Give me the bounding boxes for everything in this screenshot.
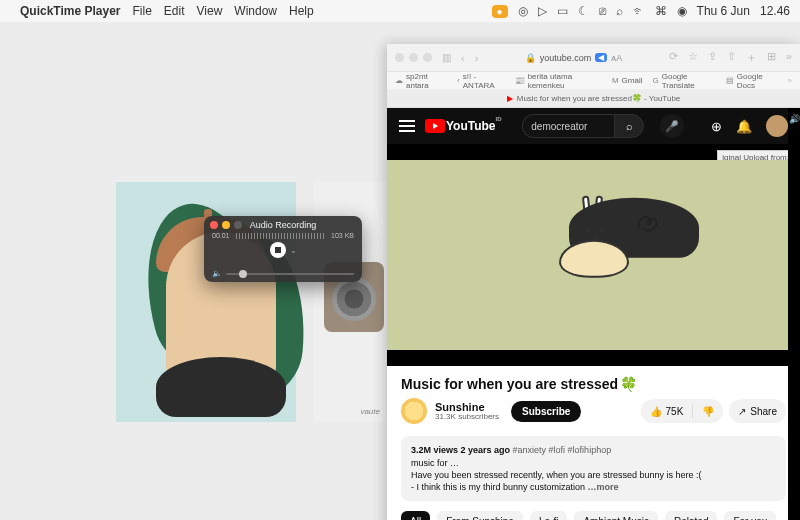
share-icon[interactable]: ⇧	[727, 50, 736, 65]
focus-icon[interactable]: ☾	[578, 4, 589, 18]
tab-overview-icon[interactable]: ⊞	[767, 50, 776, 65]
menubar-time[interactable]: 12.46	[760, 4, 790, 18]
create-button-icon[interactable]: ⊕	[711, 119, 722, 134]
wallpaper-caption: vaute	[360, 407, 380, 416]
forward-button-icon[interactable]: ›	[475, 52, 479, 64]
overflow-icon[interactable]: »	[786, 50, 792, 65]
app-name[interactable]: QuickTime Player	[20, 4, 121, 18]
safari-tab[interactable]: ▶ Music for when you are stressed🍀 - You…	[387, 90, 800, 108]
like-dislike-pill: 👍75K 👎	[641, 399, 724, 423]
youtube-brand-text: YouTube	[446, 119, 496, 133]
battery-icon[interactable]: ▭	[557, 4, 568, 18]
hamburger-menu-icon[interactable]	[399, 120, 415, 132]
chip-lofi[interactable]: Lo-fi	[530, 511, 567, 520]
voice-search-button[interactable]: 🎤	[660, 114, 684, 138]
recording-size: 103 KB	[331, 232, 354, 239]
channel-avatar[interactable]	[401, 398, 427, 424]
news-icon: 📰	[515, 76, 525, 85]
video-description[interactable]: 3.2M views 2 years ago #anxiety #lofi #l…	[401, 436, 786, 501]
menu-help[interactable]: Help	[289, 4, 314, 18]
reload-icon[interactable]: ⟳	[669, 50, 678, 65]
video-player[interactable]	[387, 144, 800, 366]
window-traffic-lights[interactable]	[210, 221, 242, 229]
mic-icon: 🎤	[665, 120, 679, 133]
screen-mirroring-icon[interactable]: ⎚	[599, 4, 606, 18]
lock-icon: 🔒	[525, 53, 536, 63]
reader-icon[interactable]: ᴀA	[611, 53, 622, 63]
bookmark-icon[interactable]: ☆	[688, 50, 698, 65]
recording-status-row: 00.01 103 KB	[204, 232, 362, 239]
search-input[interactable]	[522, 114, 614, 138]
camera-lens-illustration	[332, 277, 376, 321]
menu-file[interactable]: File	[133, 4, 152, 18]
input-volume-slider[interactable]: 🔈	[212, 269, 354, 278]
chip-for-you[interactable]: For you	[724, 511, 776, 520]
spotlight-icon[interactable]: ⌕	[616, 4, 623, 18]
desc-line: - I think this is my third bunny customi…	[411, 482, 585, 492]
wifi-icon[interactable]: ᯤ	[633, 4, 645, 18]
bookmark-item[interactable]: ☁︎sp2mt antara	[395, 72, 447, 90]
now-playing-icon[interactable]: ▷	[538, 4, 547, 18]
icloud-tabs-icon[interactable]: ⇪	[708, 50, 717, 65]
safari-traffic-lights[interactable]	[395, 53, 432, 62]
bookmarks-overflow-icon[interactable]: »	[788, 76, 792, 85]
like-button[interactable]: 👍75K	[641, 406, 693, 417]
menu-edit[interactable]: Edit	[164, 4, 185, 18]
clover-emoji-icon: 🍀	[620, 376, 637, 392]
back-button-icon[interactable]: ‹	[461, 52, 465, 64]
bookmark-item[interactable]: GGoogle Translate	[652, 72, 715, 90]
bookmark-item[interactable]: ‹s!! - ANTARA	[457, 72, 505, 90]
airdrop-icon[interactable]: ◎	[518, 4, 528, 18]
safari-window: ▥ ‹ › 🔒 youtube.com ◀︎ ᴀA ⟳ ☆ ⇪ ⇧ ＋ ⊞ »	[387, 44, 800, 520]
new-tab-icon[interactable]: ＋	[746, 50, 757, 65]
control-center-icon[interactable]: ⌘	[655, 4, 667, 18]
desc-stats: 3.2M views 2 years ago	[411, 445, 510, 455]
address-bar[interactable]: 🔒 youtube.com ◀︎ ᴀA	[525, 53, 623, 63]
video-title: Music for when you are stressed🍀	[401, 376, 786, 392]
channel-info[interactable]: Sunshine 31.3K subscribers	[435, 401, 499, 422]
bookmark-item[interactable]: 📰berita utama kemenkeu	[515, 72, 602, 90]
share-button[interactable]: ↗Share	[729, 399, 786, 423]
chip-all[interactable]: All	[401, 511, 430, 520]
chip-from-channel[interactable]: From Sunshine	[437, 511, 523, 520]
stop-record-button[interactable]	[270, 242, 286, 258]
chip-ambient[interactable]: Ambient Music	[574, 511, 658, 520]
bookmark-item[interactable]: MGmail	[612, 76, 643, 85]
macos-menubar: QuickTime Player File Edit View Window H…	[0, 0, 800, 22]
video-frame	[387, 160, 800, 350]
tab-title: Music for when you are stressed🍀 - YouTu…	[517, 94, 681, 103]
menu-window[interactable]: Window	[234, 4, 277, 18]
desc-line: music for …	[411, 458, 459, 468]
waveform-icon	[236, 233, 326, 239]
subscribe-button[interactable]: Subscribe	[511, 401, 581, 422]
url-domain: youtube.com	[540, 53, 592, 63]
notifications-icon[interactable]: 🔔	[736, 119, 752, 134]
search-form: ⌕	[522, 114, 644, 138]
record-options-chevron-icon[interactable]: ⌄	[290, 246, 297, 255]
dislike-button[interactable]: 👎	[693, 406, 723, 417]
thumbs-up-icon: 👍	[650, 406, 662, 417]
chip-related[interactable]: Related	[665, 511, 717, 520]
menu-view[interactable]: View	[197, 4, 223, 18]
account-avatar[interactable]	[766, 115, 788, 137]
recording-elapsed: 00.01	[212, 232, 230, 239]
bunny-illustration	[559, 240, 629, 278]
siri-icon[interactable]: ◉	[677, 4, 687, 18]
menubar-date[interactable]: Thu 6 Jun	[697, 4, 750, 18]
bookmark-item[interactable]: ▤Google Docs	[726, 72, 778, 90]
youtube-logo[interactable]: YouTube ID	[425, 119, 496, 133]
youtube-header: YouTube ID ⌕ 🎤 ⊕ 🔔	[387, 108, 800, 144]
tab-audio-badge[interactable]: ◀︎	[595, 53, 607, 62]
scribble-icon	[635, 210, 663, 234]
desc-line: Have you been stressed recently, when yo…	[411, 470, 702, 480]
youtube-play-icon	[425, 119, 445, 133]
share-icon: ↗	[738, 406, 746, 417]
sidebar-toggle-icon[interactable]: ▥	[442, 52, 451, 63]
quicktime-recording-panel[interactable]: Audio Recording 00.01 103 KB ⌄ 🔈	[204, 216, 362, 282]
screen-record-indicator-icon[interactable]: ●	[492, 5, 508, 18]
desc-more-button[interactable]: …more	[588, 482, 619, 492]
docs-icon: ▤	[726, 76, 734, 85]
youtube-page: YouTube ID ⌕ 🎤 ⊕ 🔔 iginal Upload from:	[387, 108, 800, 520]
like-count: 75K	[666, 406, 684, 417]
search-button[interactable]: ⌕	[614, 114, 644, 138]
